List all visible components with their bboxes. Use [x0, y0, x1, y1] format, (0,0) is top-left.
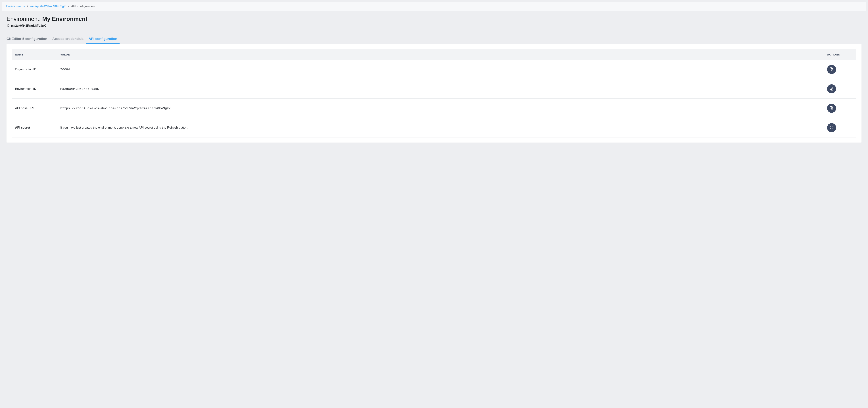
breadcrumb-link-environment-id[interactable]: ma2qx9R42RrarN8Fo3gK: [30, 4, 66, 8]
copy-icon: [829, 67, 834, 72]
table-header-name: NAME: [12, 49, 57, 60]
table-row: Organization ID 70084: [12, 60, 857, 79]
row-value-environment-id: ma2qx9R42RrarN8Fo3gK: [57, 79, 824, 99]
content-card: NAME VALUE ACTIONS Organization ID 70084: [6, 44, 862, 143]
page-title-prefix: Environment:: [6, 16, 42, 22]
table-row: API base URL https://70084.cke-cs-dev.co…: [12, 99, 857, 118]
breadcrumb-separator: /: [27, 4, 28, 8]
row-value-api-base-url: https://70084.cke-cs-dev.com/api/v1/ma2q…: [57, 99, 824, 118]
page-subtitle: ID: ma2qx9R42RrarN8Fo3gK: [6, 24, 862, 27]
refresh-icon: [829, 125, 834, 130]
page-header: Environment: My Environment ID: ma2qx9R4…: [0, 13, 868, 29]
tab-ckeditor5-configuration[interactable]: CKEditor 5 configuration: [6, 35, 47, 44]
table-row: API secret If you have just created the …: [12, 118, 857, 138]
row-name-organization-id: Organization ID: [12, 60, 57, 79]
breadcrumb-link-environments[interactable]: Environments: [6, 4, 25, 8]
copy-button[interactable]: [827, 84, 836, 93]
table-row: Environment ID ma2qx9R42RrarN8Fo3gK: [12, 79, 857, 99]
breadcrumb-current: API configuration: [71, 4, 95, 8]
copy-button[interactable]: [827, 65, 836, 74]
row-name-api-base-url: API base URL: [12, 99, 57, 118]
page-title-name: My Environment: [42, 16, 87, 22]
row-value-api-secret: If you have just created the environment…: [57, 118, 824, 138]
tab-api-configuration[interactable]: API configuration: [89, 35, 117, 44]
refresh-button[interactable]: [827, 123, 836, 132]
tabs: CKEditor 5 configuration Access credenti…: [0, 35, 868, 44]
copy-button[interactable]: [827, 104, 836, 113]
tab-access-credentials[interactable]: Access credentials: [52, 35, 84, 44]
page-title: Environment: My Environment: [6, 16, 862, 22]
id-value: ma2qx9R42RrarN8Fo3gK: [11, 24, 46, 27]
row-name-environment-id: Environment ID: [12, 79, 57, 99]
copy-icon: [829, 87, 834, 91]
breadcrumb-separator: /: [68, 4, 69, 8]
api-config-table: NAME VALUE ACTIONS Organization ID 70084: [11, 49, 857, 138]
copy-icon: [829, 106, 834, 111]
breadcrumb: Environments / ma2qx9R42RrarN8Fo3gK / AP…: [2, 2, 866, 11]
id-label: ID:: [6, 24, 11, 27]
row-value-organization-id: 70084: [57, 60, 824, 79]
table-header-actions: ACTIONS: [824, 49, 857, 60]
row-name-api-secret: API secret: [12, 118, 57, 138]
table-header-value: VALUE: [57, 49, 824, 60]
